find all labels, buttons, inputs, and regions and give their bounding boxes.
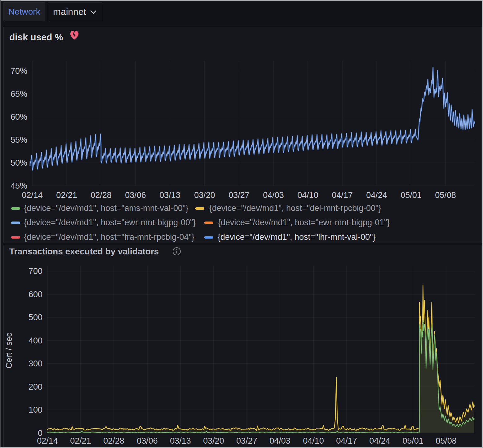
- svg-text:70%: 70%: [11, 66, 27, 76]
- svg-text:03/20: 03/20: [203, 436, 224, 446]
- svg-text:02/28: 02/28: [103, 436, 124, 446]
- svg-text:05/08: 05/08: [435, 190, 456, 200]
- svg-text:03/06: 03/06: [137, 436, 158, 446]
- svg-text:03/27: 03/27: [228, 190, 250, 200]
- svg-text:Cert / sec: Cert / sec: [4, 333, 14, 369]
- svg-text:100: 100: [29, 405, 42, 414]
- svg-text:05/08: 05/08: [436, 436, 457, 446]
- svg-text:02/21: 02/21: [70, 436, 91, 446]
- svg-text:500: 500: [29, 313, 42, 322]
- svg-text:55%: 55%: [11, 135, 27, 145]
- svg-text:02/21: 02/21: [56, 190, 77, 200]
- svg-text:50%: 50%: [11, 158, 27, 168]
- svg-text:65%: 65%: [11, 89, 27, 99]
- svg-text:200: 200: [29, 382, 42, 392]
- svg-text:04/24: 04/24: [366, 190, 387, 200]
- svg-text:400: 400: [29, 336, 42, 345]
- svg-text:04/10: 04/10: [297, 190, 318, 200]
- svg-text:04/10: 04/10: [303, 436, 324, 446]
- svg-text:04/03: 04/03: [263, 190, 284, 200]
- svg-text:04/24: 04/24: [369, 436, 390, 446]
- svg-text:02/28: 02/28: [91, 190, 112, 200]
- svg-text:03/13: 03/13: [159, 190, 180, 200]
- svg-text:300: 300: [29, 359, 42, 368]
- svg-text:60%: 60%: [11, 112, 27, 122]
- svg-text:03/06: 03/06: [125, 190, 146, 200]
- svg-text:45%: 45%: [11, 181, 27, 190]
- svg-text:03/20: 03/20: [194, 190, 215, 200]
- svg-text:03/27: 03/27: [236, 436, 257, 446]
- svg-text:05/01: 05/01: [401, 190, 422, 200]
- svg-text:05/01: 05/01: [402, 436, 423, 446]
- svg-text:02/14: 02/14: [37, 436, 58, 446]
- svg-text:04/17: 04/17: [332, 190, 353, 200]
- svg-text:02/14: 02/14: [22, 190, 43, 200]
- svg-text:700: 700: [29, 267, 42, 276]
- svg-text:04/03: 04/03: [269, 436, 290, 446]
- svg-text:600: 600: [29, 290, 42, 299]
- svg-text:04/17: 04/17: [336, 436, 357, 446]
- svg-text:03/13: 03/13: [170, 436, 191, 446]
